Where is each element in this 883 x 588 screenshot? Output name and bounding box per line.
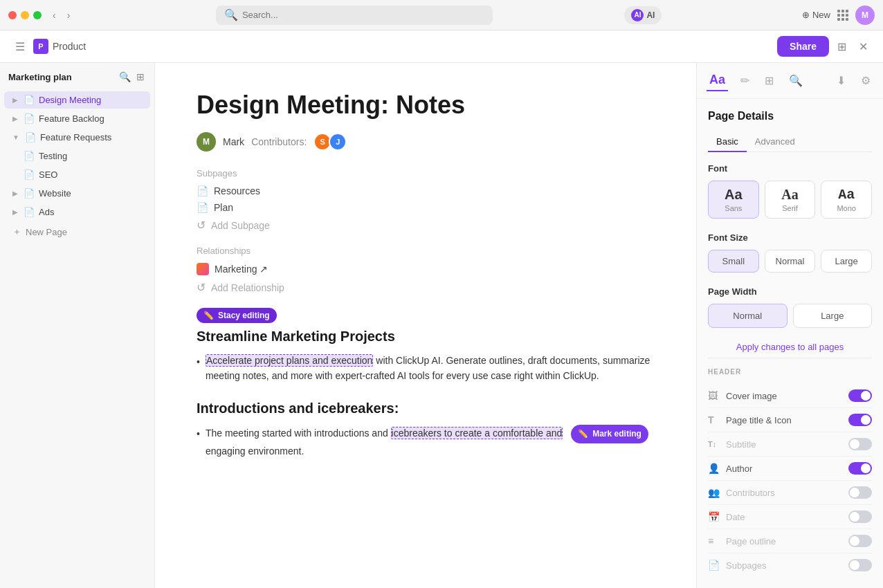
panel-edit-tool[interactable]: ✏ <box>738 71 752 90</box>
width-large[interactable]: Large <box>793 304 873 328</box>
toggle-subpages: 📄 Subpages <box>708 553 872 577</box>
sidebar-options-button[interactable]: ⊞ <box>135 70 146 84</box>
subpage-icon: 📄 <box>197 185 208 196</box>
close-dot[interactable] <box>8 11 17 19</box>
sidebar-item-label: Feature Requests <box>40 132 142 143</box>
expand-arrow: ▼ <box>12 134 19 141</box>
cover-image-icon: 🖼 <box>708 390 720 401</box>
relationship-marketing[interactable]: Marketing ↗ <box>197 263 655 275</box>
panel-download-tool[interactable]: ⬇ <box>834 71 848 90</box>
font-size-group: Font Size Small Normal Large <box>708 232 872 273</box>
close-button[interactable]: ✕ <box>855 37 872 56</box>
titlebar: ‹ › 🔍 AI AI ⊕ New M <box>0 0 883 30</box>
size-small[interactable]: Small <box>708 250 759 273</box>
apps-icon[interactable] <box>837 10 848 21</box>
forward-button[interactable]: › <box>64 8 73 22</box>
contributor-avatars: S J <box>313 133 347 151</box>
panel-text-tool[interactable]: Aa <box>707 70 728 91</box>
panel-toolbar: Aa ✏ ⊞ 🔍 ⬇ ⚙ <box>697 63 883 99</box>
date-toggle[interactable] <box>848 511 872 523</box>
subpage-resources[interactable]: 📄 Resources <box>197 185 655 196</box>
page-icon: 📄 <box>24 188 35 199</box>
subtitle-toggle[interactable] <box>848 438 872 450</box>
edit-icon: ✏️ <box>578 428 588 441</box>
cover-image-toggle[interactable] <box>848 389 872 402</box>
sidebar-toggle-button[interactable]: ☰ <box>11 37 29 56</box>
new-page-button[interactable]: ＋ New Page <box>4 222 150 241</box>
font-sans[interactable]: Aa Sans <box>708 181 759 219</box>
toggle-knob <box>850 536 859 546</box>
sidebar-item-design-meeting[interactable]: ▶ 📄 Design Meeting <box>4 91 150 109</box>
sidebar-item-seo[interactable]: 📄 SEO <box>4 166 150 183</box>
font-mono[interactable]: Aa Mono <box>821 181 872 219</box>
page-icon: 📄 <box>24 95 35 105</box>
tab-basic[interactable]: Basic <box>708 132 747 152</box>
sidebar-item-website[interactable]: ▶ 📄 Website <box>4 185 150 202</box>
width-normal[interactable]: Normal <box>708 304 788 328</box>
search-bar[interactable]: 🔍 <box>216 6 493 25</box>
font-demo: Aa <box>709 187 758 203</box>
toggle-author: 👤 Author <box>708 457 872 481</box>
layout-button[interactable]: ⊞ <box>833 37 850 56</box>
panel-tabs: Basic Advanced <box>708 132 872 152</box>
page-width-label: Page Width <box>708 286 872 297</box>
contributors-toggle[interactable] <box>848 486 872 499</box>
sidebar-item-feature-requests[interactable]: ▼ 📄 Feature Requests <box>4 129 150 146</box>
selected-text: icebreakers to create a comfortable and <box>391 427 563 439</box>
panel-search-tool[interactable]: 🔍 <box>786 71 805 90</box>
search-input[interactable] <box>242 10 484 20</box>
subpage-icon: 📄 <box>197 202 208 213</box>
size-normal[interactable]: Normal <box>765 250 816 273</box>
size-options: Small Normal Large <box>708 250 872 273</box>
sidebar-item-ads[interactable]: ▶ 📄 Ads <box>4 203 150 221</box>
stacy-editing-badge: ✏️ Stacy editing <box>197 308 277 323</box>
date-label: Date <box>726 512 848 522</box>
subpages-label: Subpages <box>726 560 848 571</box>
toggle-contributors: 👥 Contributors <box>708 481 872 505</box>
section-2: Introductions and icebreakers: • The mee… <box>197 401 655 459</box>
bullet-dot: • <box>197 425 200 459</box>
toggle-knob <box>861 415 871 425</box>
back-button[interactable]: ‹ <box>50 8 59 22</box>
expand-arrow: ▶ <box>12 208 18 216</box>
mark-editing-badge: ✏️ Mark editing <box>571 425 648 443</box>
page-title-icon-icon: T <box>708 414 720 425</box>
font-option-label: Serif <box>765 204 815 212</box>
sidebar-header: Marketing plan 🔍 ⊞ <box>0 63 154 91</box>
subpage-plan[interactable]: 📄 Plan <box>197 202 655 213</box>
maximize-dot[interactable] <box>33 11 42 19</box>
sidebar-item-feature-backlog[interactable]: ▶ 📄 Feature Backlog <box>4 110 150 127</box>
ai-icon: AI <box>631 9 644 21</box>
panel-grid-tool[interactable]: ⊞ <box>762 71 776 90</box>
add-subpage-button[interactable]: ↺ Add Subpage <box>197 219 655 232</box>
share-button[interactable]: Share <box>777 36 829 57</box>
font-demo: Aa <box>765 187 815 203</box>
subpages-icon: 📄 <box>708 560 720 571</box>
panel-settings-tool[interactable]: ⚙ <box>858 71 873 90</box>
subpages-toggle[interactable] <box>848 559 872 571</box>
page-outline-toggle[interactable] <box>848 535 872 547</box>
minimize-dot[interactable] <box>21 11 29 19</box>
user-avatar[interactable]: M <box>855 6 875 25</box>
sidebar-item-label: Design Meeting <box>39 95 142 105</box>
ai-button[interactable]: AI AI <box>624 6 662 24</box>
toggle-cover-image: 🖼 Cover image <box>708 384 872 408</box>
apply-changes-link[interactable]: Apply changes to all pages <box>708 342 872 352</box>
tab-advanced[interactable]: Advanced <box>747 132 803 152</box>
panel-content: Page Details Basic Advanced Font Aa Sans… <box>697 99 883 588</box>
toggle-subtitle: T↕ Subtitle <box>708 432 872 457</box>
size-large[interactable]: Large <box>821 250 872 273</box>
page-title-icon-toggle[interactable] <box>848 414 872 426</box>
subpage-label: Resources <box>214 185 260 196</box>
section-2-bullet-1: • The meeting started with introductions… <box>197 425 655 459</box>
sidebar-search-button[interactable]: 🔍 <box>118 70 132 84</box>
new-button[interactable]: ⊕ New <box>802 10 830 20</box>
toggle-page-title-icon: T Page title & Icon <box>708 408 872 432</box>
author-toggle[interactable] <box>848 462 872 475</box>
font-serif[interactable]: Aa Serif <box>765 181 816 219</box>
add-relationship-button[interactable]: ↺ Add Relationship <box>197 281 655 294</box>
expand-arrow: ▶ <box>12 190 18 197</box>
sidebar-item-label: Ads <box>39 207 142 217</box>
traffic-lights <box>8 11 42 19</box>
sidebar-item-testing[interactable]: 📄 Testing <box>4 147 150 165</box>
